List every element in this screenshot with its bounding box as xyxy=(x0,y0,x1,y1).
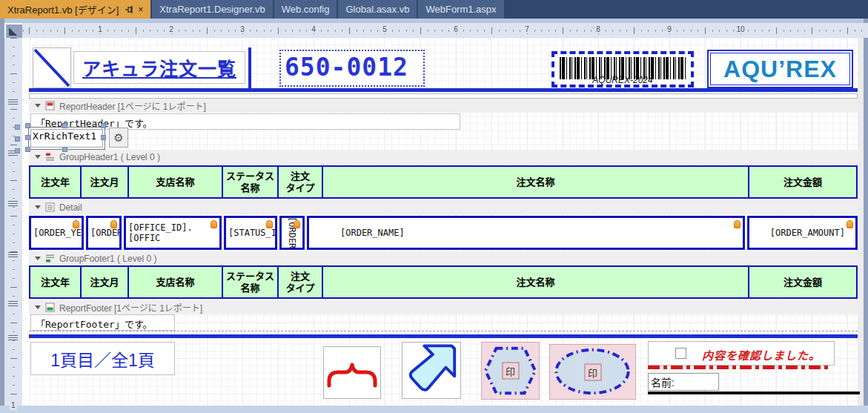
ruler-corner-button[interactable] xyxy=(6,24,22,38)
field-cell-status[interactable]: [STATUS_ID xyxy=(224,216,277,250)
vertical-line-control[interactable] xyxy=(248,47,251,88)
header-cell[interactable]: 注文月 xyxy=(80,165,129,199)
hexagon-stamp-control[interactable]: 印 xyxy=(481,342,540,400)
header-cell[interactable]: 支店名称 xyxy=(127,165,223,199)
database-field-icon xyxy=(294,220,300,228)
document-tab-bar: XtraReport1.vb [デザイン] × XtraReport1.Desi… xyxy=(0,0,868,19)
resize-handle[interactable] xyxy=(101,135,106,140)
header-cell[interactable]: 注文名称 xyxy=(322,165,749,199)
header-cell[interactable]: 注文 タイプ xyxy=(277,165,323,199)
vertical-ruler[interactable]: 1 xyxy=(4,38,22,406)
confirm-checkbox[interactable] xyxy=(675,348,686,359)
corner-triangle-icon xyxy=(9,27,17,36)
group-footer-table[interactable]: 注文年 注文月 支店名称 ステータス 名称 注文 タイプ 注文名称 注文金額 xyxy=(29,265,858,299)
tab-xtrareport1-designer-vb[interactable]: XtraReport1.Designer.vb xyxy=(152,0,272,19)
footer-cell[interactable]: 注文金額 xyxy=(748,265,858,299)
footer-cell[interactable]: ステータス 名称 xyxy=(222,265,279,299)
diagonal-line-shape xyxy=(33,48,70,87)
tab-web-config[interactable]: Web.config xyxy=(274,0,337,19)
collapse-arrow-icon[interactable] xyxy=(35,257,41,260)
report-footer-band-icon xyxy=(45,303,55,312)
field-cell-office[interactable]: [OFFICE_ID].[OFFIC xyxy=(124,216,222,250)
group-header-table[interactable]: 注文年 注文月 支店名称 ステータス 名称 注文 タイプ 注文名称 注文金額 xyxy=(29,165,858,199)
band-group-header[interactable]: GroupHeader1 ( Level 0 ) xyxy=(29,150,858,164)
report-footer-caption-label[interactable]: 「ReportFooter」です。 xyxy=(30,314,175,331)
footer-cell[interactable]: 注文 タイプ xyxy=(277,265,323,299)
pin-icon[interactable] xyxy=(125,5,133,14)
ruler-number: 10 xyxy=(734,25,746,33)
page-info-label[interactable]: 1頁目／全1頁 xyxy=(30,342,175,375)
ruler-number: 2 xyxy=(167,25,176,33)
tab-global-asax-vb[interactable]: Global.asax.vb xyxy=(338,0,417,19)
band-report-header[interactable]: ReportHeader [1ページに 1レポート] xyxy=(29,99,858,113)
band-report-footer[interactable]: ReportFooter [1ページに 1レポート] xyxy=(29,300,858,314)
tab-xtrareport1-design[interactable]: XtraReport1.vb [デザイン] × xyxy=(0,0,150,19)
resize-handle[interactable] xyxy=(25,135,30,140)
header-cell[interactable]: ステータス 名称 xyxy=(222,165,279,199)
tab-label: XtraReport1.vb [デザイン] xyxy=(7,2,119,16)
smart-tag-button[interactable]: ⚙ xyxy=(109,128,128,148)
resize-handle[interactable] xyxy=(25,147,30,152)
field-cell-order-month[interactable]: [ORDER_ xyxy=(86,216,122,250)
ellipse-stamp-control[interactable]: 印 xyxy=(549,344,636,400)
ruler-number: 1 xyxy=(10,400,17,410)
header-cell[interactable]: 注文金額 xyxy=(748,165,858,199)
footer-cell[interactable]: 注文月 xyxy=(80,265,129,299)
band-detail[interactable]: Detail xyxy=(29,200,858,214)
band-boundary-mark xyxy=(8,301,18,306)
close-icon[interactable]: × xyxy=(138,5,143,14)
database-field-icon xyxy=(734,220,741,228)
group-footer-band-icon xyxy=(45,254,55,263)
header-cell[interactable]: 注文年 xyxy=(29,165,82,199)
report-designer-window: XtraReport1.vb [デザイン] × XtraReport1.Desi… xyxy=(0,0,868,413)
page-edge-strip xyxy=(29,93,858,99)
resize-handle[interactable] xyxy=(15,148,20,153)
stamp-label: 印 xyxy=(502,363,519,380)
band-group-footer[interactable]: GroupFooter1 ( Level 0 ) xyxy=(29,251,858,265)
postal-code-control[interactable]: 650-0012 xyxy=(279,50,425,87)
collapse-arrow-icon[interactable] xyxy=(35,205,41,209)
ruler-number: 4 xyxy=(309,25,318,33)
resize-handle[interactable] xyxy=(15,125,20,130)
field-cell-order-name[interactable]: [ORDER_NAME] xyxy=(307,216,745,250)
resize-handle[interactable] xyxy=(62,123,67,128)
collapse-arrow-icon[interactable] xyxy=(35,104,41,108)
brace-shape xyxy=(324,347,380,398)
confirmation-control[interactable]: 内容を確認しました。 xyxy=(648,341,835,366)
gear-icon: ⚙ xyxy=(113,131,123,145)
field-cell-order-year[interactable]: [ORDER_YEA xyxy=(29,216,84,250)
brace-shape-control[interactable] xyxy=(323,346,381,399)
collapse-arrow-icon[interactable] xyxy=(35,305,41,309)
database-field-icon xyxy=(211,220,217,228)
resize-handle[interactable] xyxy=(25,123,30,128)
barcode-control[interactable]: AQUREX-2024 xyxy=(551,51,694,87)
postal-code-text: 650-0012 xyxy=(281,51,423,84)
window-right-edge xyxy=(864,19,868,413)
database-field-icon xyxy=(266,220,273,228)
field-expression: [ORDER_YEA xyxy=(31,228,84,238)
name-field-label[interactable]: 名前: xyxy=(648,373,719,391)
collapse-arrow-icon[interactable] xyxy=(35,155,41,159)
report-title-label[interactable]: アキュラ注文一覧 xyxy=(73,51,245,84)
field-cell-order-type[interactable]: [ORDER xyxy=(279,216,305,250)
band-separator-line xyxy=(29,88,858,92)
horizontal-ruler[interactable]: 1 2 3 4 5 6 7 8 9 10 xyxy=(22,23,868,38)
stamp-label: 印 xyxy=(584,363,601,380)
confirm-text: 内容を確認しました。 xyxy=(702,347,821,363)
resize-handle[interactable] xyxy=(15,136,20,142)
diagonal-line-control[interactable] xyxy=(33,47,71,88)
resize-handle[interactable] xyxy=(101,123,106,128)
footer-cell[interactable]: 注文年 xyxy=(29,265,82,299)
tab-webform1-aspx[interactable]: WebForm1.aspx xyxy=(418,0,503,19)
report-title-text: アキュラ注文一覧 xyxy=(82,54,236,81)
logo-control[interactable]: AQU’REX xyxy=(707,50,853,88)
arrow-shape-control[interactable] xyxy=(402,342,461,399)
field-cell-order-amount[interactable]: [ORDER_AMOUNT] xyxy=(747,216,858,250)
band-title: GroupFooter1 ( Level 0 ) xyxy=(59,254,156,264)
footer-cell[interactable]: 注文名称 xyxy=(322,265,749,299)
signature-line xyxy=(648,391,860,394)
red-dashdot-line xyxy=(648,366,832,369)
footer-cell[interactable]: 支店名称 xyxy=(127,265,223,299)
ruler-number: 5 xyxy=(380,25,389,33)
resize-handle[interactable] xyxy=(62,147,67,152)
